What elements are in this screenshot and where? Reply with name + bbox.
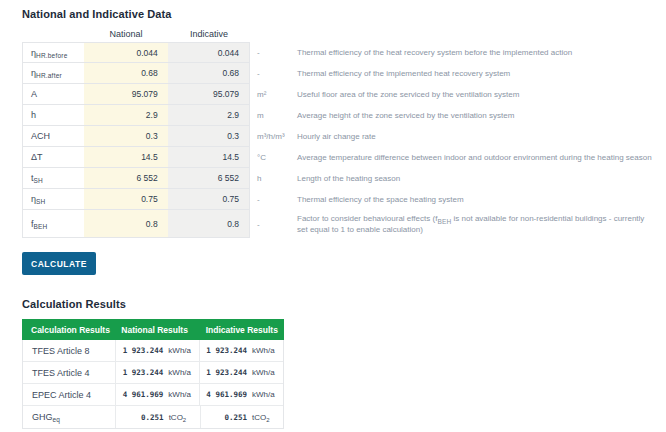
- label-base: A: [31, 89, 37, 99]
- result-row: GHGeq0.251tCO20.251tCO2: [23, 406, 283, 428]
- national-value-cell[interactable]: 0.68: [84, 63, 167, 83]
- row-description-text: Length of the heating season: [297, 173, 400, 184]
- label-subscript: HR.after: [36, 72, 62, 79]
- row-label: A: [23, 84, 84, 104]
- result-row: TFES Article 81 923.244kWh/a1 923.244kWh…: [23, 340, 283, 362]
- national-result-value-cell: 1 923.244kWh/a: [115, 340, 199, 361]
- results-header-calculation: Calculation Results: [22, 325, 115, 335]
- input-row-grid: h2.92.9: [22, 105, 250, 126]
- row-description-text: Useful floor area of the zone serviced b…: [297, 89, 519, 100]
- label-base: GHG: [32, 412, 53, 422]
- input-row: h2.92.9mAverage height of the zone servi…: [22, 105, 666, 126]
- indicative-value-cell: 0.8: [168, 210, 249, 237]
- row-label: fBEH: [23, 210, 84, 237]
- indicative-result-value-cell: 1 923.244kWh/a: [199, 340, 283, 361]
- label-subscript: 2: [183, 417, 187, 423]
- calculate-button[interactable]: CALCULATE: [22, 252, 96, 275]
- indicative-result-value-cell: 1 923.244kWh/a: [199, 362, 283, 383]
- national-result-value: 1 923.244: [122, 346, 163, 355]
- row-label: h: [23, 105, 84, 125]
- indicative-result-value-cell: 4 961.969kWh/a: [199, 384, 283, 405]
- indicative-column-header: Indicative: [168, 29, 250, 39]
- row-label: ΔT: [23, 147, 84, 167]
- indicative-result-value: 1 923.244: [206, 346, 247, 355]
- label-subscript: SH: [36, 198, 45, 205]
- national-value-cell[interactable]: 0.3: [84, 126, 167, 146]
- indicative-value-cell: 0.044: [168, 43, 249, 62]
- indicative-value-cell: 95.079: [168, 84, 249, 104]
- indicative-value-cell: 0.68: [168, 63, 249, 83]
- national-value-cell[interactable]: 2.9: [84, 105, 167, 125]
- results-header-national: National Results: [115, 325, 199, 335]
- unit-label: -: [250, 189, 294, 210]
- national-result-unit: kWh/a: [168, 390, 195, 399]
- national-column-header: National: [84, 29, 168, 39]
- results-section: Calculation Results Calculation Results …: [22, 298, 666, 429]
- label-base: EPEC Article 4: [32, 390, 91, 400]
- results-table-body: TFES Article 81 923.244kWh/a1 923.244kWh…: [23, 340, 283, 428]
- national-result-value-cell: 0.251tCO2: [115, 406, 199, 428]
- input-row-grid: ηSH0.750.75: [22, 189, 250, 210]
- row-description: Average temperature difference between i…: [294, 147, 656, 168]
- national-result-unit: kWh/a: [168, 346, 195, 355]
- national-value-cell[interactable]: 95.079: [84, 84, 167, 104]
- row-description-text: Average height of the zone serviced by t…: [297, 110, 514, 121]
- national-result-value: 4 961.969: [122, 390, 163, 399]
- row-description-text: Thermal efficiency of the implemented he…: [297, 68, 510, 79]
- row-label: tSH: [23, 168, 84, 188]
- label-base: kWh/a: [168, 346, 191, 355]
- label-base: kWh/a: [168, 390, 191, 399]
- page: National and Indicative Data National In…: [0, 0, 666, 429]
- input-table-column-headers: National Indicative: [22, 29, 666, 39]
- section-title-results: Calculation Results: [22, 298, 666, 310]
- label-base: tCO: [169, 413, 183, 422]
- input-row-grid: ACH0.30.3: [22, 126, 250, 147]
- results-table: Calculation Results National Results Ind…: [22, 319, 284, 429]
- national-result-value-cell: 4 961.969kWh/a: [115, 384, 199, 405]
- unit-label: h: [250, 168, 294, 189]
- national-value-cell[interactable]: 6 552: [84, 168, 167, 188]
- indicative-result-value-cell: 0.251tCO2: [200, 406, 283, 428]
- result-row: TFES Article 41 923.244kWh/a1 923.244kWh…: [23, 362, 283, 384]
- label-base: ΔT: [31, 152, 43, 162]
- result-row: EPEC Article 44 961.969kWh/a4 961.969kWh…: [23, 384, 283, 406]
- national-value-cell[interactable]: 0.8: [84, 210, 167, 237]
- row-label: ACH: [23, 126, 84, 146]
- national-result-unit: kWh/a: [168, 368, 195, 377]
- input-row: ηHR.before0.0440.044-Thermal efficiency …: [22, 42, 666, 63]
- row-label: ηSH: [23, 189, 84, 209]
- indicative-result-value: 1 923.244: [206, 368, 247, 377]
- national-value-cell[interactable]: 14.5: [84, 147, 167, 167]
- result-label: TFES Article 8: [23, 340, 115, 361]
- national-value-cell[interactable]: 0.75: [84, 189, 167, 209]
- unit-label: -: [250, 42, 294, 63]
- column-header-spacer: [22, 29, 84, 39]
- input-row-grid: A95.07995.079: [22, 84, 250, 105]
- section-title-inputs: National and Indicative Data: [22, 8, 666, 20]
- input-row-grid: ηHR.before0.0440.044: [22, 42, 250, 63]
- result-label: GHGeq: [23, 406, 115, 428]
- national-result-value: 1 923.244: [122, 368, 163, 377]
- row-description: Average height of the zone serviced by t…: [294, 105, 656, 126]
- label-base: kWh/a: [252, 390, 275, 399]
- input-row-grid: ηHR.after0.680.68: [22, 63, 250, 84]
- national-result-unit: tCO2: [169, 413, 196, 422]
- unit-label: m²: [250, 84, 294, 105]
- indicative-value-cell: 6 552: [168, 168, 249, 188]
- label-base: TFES Article 8: [32, 346, 90, 356]
- input-row: tSH6 5526 552hLength of the heating seas…: [22, 168, 666, 189]
- results-table-header: Calculation Results National Results Ind…: [22, 319, 284, 340]
- national-value-cell[interactable]: 0.044: [84, 43, 167, 62]
- result-label: TFES Article 4: [23, 362, 115, 383]
- input-row-grid: tSH6 5526 552: [22, 168, 250, 189]
- unit-label: -: [250, 63, 294, 84]
- indicative-result-unit: tCO2: [252, 413, 279, 422]
- label-base: TFES Article 4: [32, 368, 90, 378]
- input-row-grid: fBEH0.80.8: [22, 210, 250, 238]
- label-subscript: BEH: [34, 223, 48, 230]
- unit-label: -: [250, 210, 294, 238]
- row-description-text: Average temperature difference between i…: [297, 152, 652, 163]
- input-row: fBEH0.80.8-Factor to consider behavioura…: [22, 210, 666, 238]
- indicative-value-cell: 2.9: [168, 105, 249, 125]
- input-row: A95.07995.079m²Useful floor area of the …: [22, 84, 666, 105]
